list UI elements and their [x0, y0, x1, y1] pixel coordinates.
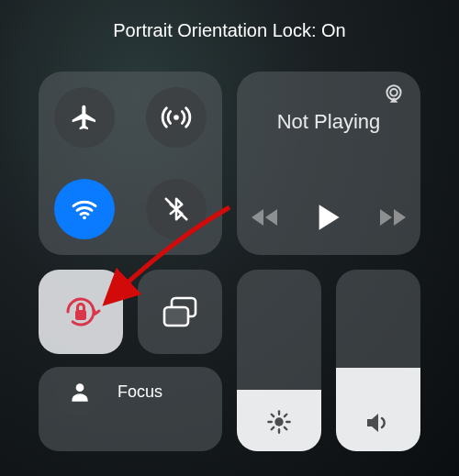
svg-point-8 [76, 383, 84, 392]
airplay-icon[interactable] [382, 83, 406, 110]
cellular-data-toggle[interactable] [146, 87, 207, 148]
play-button[interactable] [317, 204, 341, 235]
svg-line-17 [285, 415, 286, 416]
status-banner: Portrait Orientation Lock: On [0, 0, 459, 54]
orientation-lock-toggle[interactable] [39, 270, 123, 354]
antenna-icon [161, 102, 192, 133]
now-playing-title: Not Playing [252, 110, 406, 134]
svg-rect-5 [75, 310, 86, 320]
svg-point-1 [83, 216, 86, 219]
bluetooth-off-icon [162, 195, 190, 223]
svg-point-9 [274, 417, 283, 426]
rewind-button[interactable] [251, 207, 278, 231]
wifi-icon [70, 194, 99, 224]
svg-point-3 [386, 85, 400, 99]
bluetooth-toggle[interactable] [146, 179, 207, 239]
volume-slider[interactable] [336, 270, 420, 451]
focus-button[interactable]: Focus [39, 367, 222, 451]
focus-label: Focus [118, 382, 162, 402]
svg-line-15 [285, 427, 286, 429]
svg-point-0 [174, 115, 179, 120]
brightness-slider[interactable] [237, 270, 321, 451]
connectivity-tile[interactable] [39, 72, 222, 255]
svg-point-4 [390, 89, 397, 96]
volume-fill [336, 368, 420, 451]
screen-mirroring-icon [161, 294, 199, 329]
brightness-icon [237, 409, 321, 435]
focus-icon-circle [55, 367, 105, 416]
wifi-toggle[interactable] [54, 179, 115, 239]
svg-rect-7 [164, 307, 188, 326]
forward-button[interactable] [379, 207, 407, 231]
airplane-mode-toggle[interactable] [54, 87, 115, 148]
svg-line-16 [272, 427, 274, 429]
person-icon [68, 380, 92, 404]
media-tile[interactable]: Not Playing [237, 72, 420, 255]
orientation-lock-icon [59, 290, 103, 334]
volume-icon [336, 411, 420, 435]
airplane-icon [70, 103, 99, 132]
svg-line-14 [272, 415, 274, 416]
screen-mirroring-button[interactable] [138, 270, 222, 354]
